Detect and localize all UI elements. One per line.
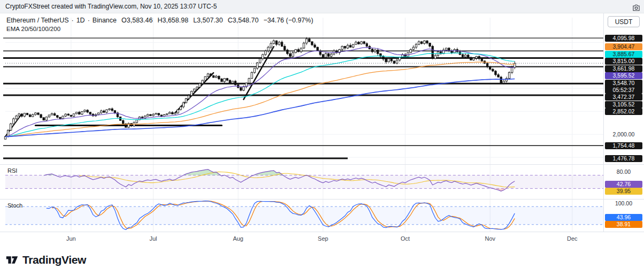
rsi-pane-title[interactable]: RSI	[7, 167, 17, 174]
countdown-label: 05:52:37	[605, 87, 642, 94]
price-label: 3,595.52	[605, 72, 642, 79]
time-label-jul: Jul	[142, 235, 164, 242]
time-label-sep: Sep	[312, 235, 334, 242]
rsi-value-label: 42.76	[605, 181, 642, 188]
close-value: 3,548.70	[233, 17, 259, 24]
attribution-bar: CryptoFXStreet created with TradingView.…	[0, 0, 644, 13]
price-label: 3,105.52	[605, 101, 642, 108]
time-axis[interactable]: JunJulAugSepOctNovDec	[0, 232, 603, 245]
open-value: 3,583.46	[127, 17, 153, 24]
exchange-label[interactable]: Binance	[93, 17, 117, 24]
rsi-oversold-fill	[44, 188, 515, 191]
ema-legend[interactable]: EMA 20/50/100/200	[6, 26, 60, 32]
low-value: 3,507.30	[197, 17, 223, 24]
high-value: 3,658.98	[162, 17, 188, 24]
rsi-axis-tick: 80.00	[605, 168, 642, 175]
separator-dot: ·	[88, 17, 90, 24]
price-label: 2,852.02	[605, 108, 642, 115]
attribution-text: created with TradingView.com, Nov 10, 20…	[50, 3, 217, 10]
close-group: C3,548.70	[228, 17, 259, 24]
stoch-axis-tick: 100.00	[605, 200, 642, 207]
symbol-legend: Ethereum / TetherUS·1D·BinanceO3,583.46H…	[6, 17, 313, 24]
price-axis[interactable]: 4,095.983,904.473,885.673,815.003,661.98…	[603, 13, 644, 232]
high-group: H3,658.98	[157, 17, 188, 24]
chart-area: Ethereum / TetherUS·1D·BinanceO3,583.46H…	[0, 13, 644, 245]
current-price-label: 3,548.7005:52:37	[605, 80, 642, 94]
footer: TradingView	[0, 245, 644, 276]
price-label: 3,472.37	[605, 94, 642, 101]
time-label-dec: Dec	[562, 235, 583, 242]
close-label: C	[228, 17, 233, 24]
tradingview-logo[interactable]: TradingView	[5, 253, 86, 266]
chart-canvas[interactable]	[0, 13, 644, 245]
price-label: 3,885.67	[605, 51, 642, 58]
gridlines	[0, 13, 644, 232]
price-label: 3,661.98	[605, 65, 642, 72]
tradingview-wordmark: TradingView	[22, 254, 86, 266]
tradingview-snapshot: CryptoFXStreet created with TradingView.…	[0, 0, 644, 276]
time-label-aug: Aug	[227, 235, 249, 242]
currency-button[interactable]: USDT	[608, 16, 640, 27]
price-label: 3,815.00	[605, 58, 642, 65]
rsi-value-label: 39.95	[605, 188, 642, 195]
attribution-brand: CryptoFXStreet	[5, 3, 50, 10]
stoch-value-label: 38.91	[605, 221, 642, 228]
change-value: −34.76 (−0.97%)	[263, 17, 313, 24]
time-label-nov: Nov	[479, 235, 501, 242]
candles-up	[4, 39, 516, 139]
open-label: O	[121, 17, 127, 24]
time-label-jun: Jun	[60, 235, 82, 242]
stoch-value-label: 43.96	[605, 214, 642, 221]
price-label: 3,904.47	[605, 43, 642, 50]
open-group: O3,583.46	[121, 17, 152, 24]
stoch-pane-title[interactable]: Stoch	[7, 202, 22, 209]
price-label: 4,095.98	[605, 35, 642, 42]
price-label: 1,754.48	[605, 142, 642, 149]
trend-lines[interactable]	[5, 47, 274, 136]
time-label-oct: Oct	[395, 235, 416, 242]
axis-tick-label: 2,000.00	[605, 131, 642, 138]
horizontal-price-lines[interactable]	[3, 38, 603, 158]
symbol-name[interactable]: Ethereum / TetherUS	[6, 17, 69, 24]
separator-dot: ·	[72, 17, 74, 24]
price-label: 1,476.78	[605, 155, 642, 162]
tradingview-mark-icon	[5, 253, 19, 266]
low-group: L3,507.30	[193, 17, 223, 24]
interval-label[interactable]: 1D	[76, 17, 85, 24]
